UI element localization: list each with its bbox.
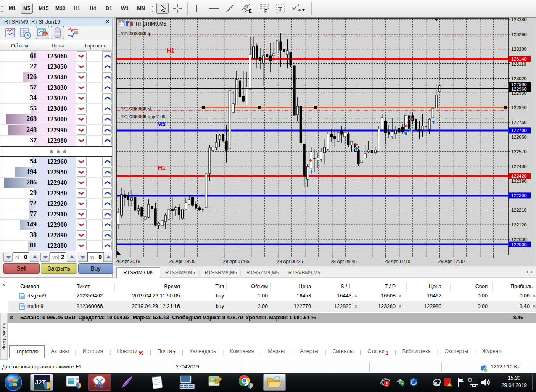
svg-text:#212360066 sl: #212360066 sl <box>121 106 151 111</box>
svg-text:F: F <box>264 9 267 13</box>
svg-text:29 Apr 07:05: 29 Apr 07:05 <box>223 259 249 264</box>
svg-text:123020: 123020 <box>511 76 527 81</box>
svg-text:122210: 122210 <box>511 208 527 213</box>
svg-text:29 Apr 12:30: 29 Apr 12:30 <box>438 259 465 264</box>
svg-text:J2T: J2T <box>35 379 46 386</box>
svg-text:122390: 122390 <box>511 179 527 184</box>
svg-text:26 Apr 2019: 26 Apr 2019 <box>116 259 140 264</box>
svg-text:123110: 123110 <box>511 61 526 66</box>
svg-text:122120: 122120 <box>511 222 527 227</box>
svg-text:122840: 122840 <box>511 105 527 110</box>
svg-text:122750: 122750 <box>511 120 527 125</box>
svg-text:29 Apr 08:25: 29 Apr 08:25 <box>277 259 303 264</box>
svg-text:M5: M5 <box>157 121 166 127</box>
svg-text:H1: H1 <box>167 47 174 54</box>
svg-text:29 Apr 09:45: 29 Apr 09:45 <box>331 259 357 264</box>
svg-text:123290: 123290 <box>511 32 527 37</box>
svg-text:!: ! <box>451 383 452 387</box>
svg-text:122660: 122660 <box>511 134 527 139</box>
svg-text:122030: 122030 <box>511 237 527 242</box>
svg-text:122570: 122570 <box>511 149 527 154</box>
svg-text:29 Apr 11:10: 29 Apr 11:10 <box>385 259 411 264</box>
svg-text:122480: 122480 <box>511 164 527 169</box>
svg-text:123380: 123380 <box>511 17 527 22</box>
svg-text:122000: 122000 <box>511 242 527 247</box>
svg-text:122300: 122300 <box>511 193 527 198</box>
svg-text:123140: 123140 <box>511 56 527 61</box>
svg-text:122960: 122960 <box>511 87 527 92</box>
svg-text:E: E <box>249 9 252 13</box>
svg-text:26 Apr 19:35: 26 Apr 19:35 <box>169 259 195 264</box>
svg-text:#212360066 buy 2.00: #212360066 buy 2.00 <box>121 114 165 119</box>
svg-text:RTSRIM9,M5: RTSRIM9,M5 <box>136 21 166 27</box>
svg-text:122420: 122420 <box>511 174 527 179</box>
svg-text:#212360066 tp: #212360066 tp <box>121 31 151 36</box>
svg-text:H1: H1 <box>158 164 166 171</box>
svg-text:122700: 122700 <box>511 128 527 133</box>
svg-text:123200: 123200 <box>511 47 527 52</box>
svg-text:T: T <box>278 5 282 12</box>
